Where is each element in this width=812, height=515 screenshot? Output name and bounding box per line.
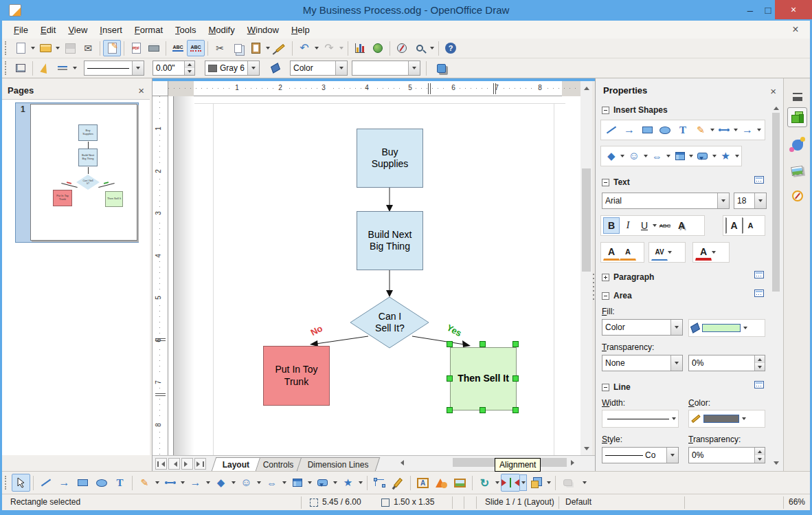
- print-button[interactable]: [145, 40, 163, 56]
- symbol-shapes-icon[interactable]: ☺: [626, 149, 642, 164]
- character-spacing-icon[interactable]: AV: [651, 244, 668, 261]
- curves-dropdown[interactable]: [710, 129, 714, 133]
- line-style-select[interactable]: [84, 61, 144, 76]
- position-size-button[interactable]: [12, 60, 30, 76]
- scroll-right-icon[interactable]: [568, 457, 578, 468]
- transparency-type-select[interactable]: None: [602, 355, 683, 371]
- undo-button[interactable]: ↶: [295, 40, 313, 56]
- export-pdf-button[interactable]: PDF: [127, 40, 145, 56]
- block-arrows-button[interactable]: ⇔: [262, 474, 281, 492]
- line-width-input[interactable]: 0.00": [153, 61, 195, 76]
- menu-help[interactable]: Help: [285, 22, 316, 38]
- scroll-up-icon[interactable]: [771, 103, 781, 111]
- new-document-button[interactable]: [12, 40, 30, 56]
- flowchart-shapes-dropdown[interactable]: [689, 155, 693, 160]
- scroll-down-icon[interactable]: [580, 444, 592, 454]
- curve-tool-dropdown[interactable]: [154, 474, 161, 491]
- flowchart-node-buy-supplies[interactable]: Buy Supplies: [357, 129, 423, 188]
- insert-rectangle-icon[interactable]: [639, 122, 655, 138]
- insert-picture-button[interactable]: [451, 474, 469, 492]
- pages-close-icon[interactable]: ×: [138, 85, 144, 96]
- star-shapes-icon[interactable]: ★: [718, 149, 734, 164]
- insert-text-icon[interactable]: T: [675, 122, 691, 138]
- tab-layout[interactable]: Layout: [212, 457, 261, 471]
- menu-file[interactable]: File: [8, 22, 34, 38]
- lines-arrows-icon[interactable]: →: [739, 122, 756, 138]
- arrange-dropdown[interactable]: [545, 474, 552, 491]
- menu-tools[interactable]: Tools: [169, 22, 202, 38]
- basic-shapes-icon[interactable]: ◆: [603, 149, 619, 164]
- close-button[interactable]: ×: [775, 0, 812, 19]
- sidebar-tab-gallery[interactable]: [787, 161, 807, 181]
- basic-shapes-dropdown[interactable]: [620, 155, 624, 160]
- curves-icon[interactable]: ✎: [692, 122, 709, 138]
- line-style-select-panel[interactable]: Co: [602, 447, 679, 463]
- selection-handle[interactable]: [480, 341, 486, 347]
- insert-ellipse-icon[interactable]: [657, 122, 673, 138]
- collapse-icon[interactable]: [602, 179, 609, 186]
- selection-handle[interactable]: [480, 407, 486, 413]
- maximize-button[interactable]: □: [760, 0, 776, 19]
- open-button[interactable]: [36, 40, 54, 56]
- open-dropdown[interactable]: [54, 40, 61, 56]
- section-line[interactable]: Line: [602, 382, 631, 392]
- shadow-button[interactable]: [432, 60, 450, 76]
- alignment-button[interactable]: [501, 474, 520, 492]
- lines-arrows-dropdown[interactable]: [205, 474, 212, 491]
- arrange-button[interactable]: [527, 474, 545, 492]
- block-arrows-dropdown[interactable]: [281, 474, 288, 491]
- menu-format[interactable]: Format: [128, 22, 169, 38]
- previous-page-button[interactable]: [168, 458, 180, 470]
- basic-shapes-button[interactable]: ◆: [212, 474, 230, 492]
- fill-color-dropdown[interactable]: [743, 327, 747, 331]
- area-dialog-launcher-icon[interactable]: [754, 289, 764, 297]
- flowchart-decision-can-i-sell-it[interactable]: Can I Sell It?: [350, 297, 429, 348]
- area-dialog-button[interactable]: [267, 60, 284, 76]
- fill-type-select[interactable]: Color: [290, 61, 348, 76]
- menu-view[interactable]: View: [62, 22, 93, 38]
- basic-shapes-dropdown[interactable]: [230, 474, 237, 491]
- expand-icon[interactable]: [602, 274, 609, 281]
- zoom-level[interactable]: 66%: [789, 497, 805, 507]
- next-page-button[interactable]: [181, 458, 193, 470]
- selection-handle[interactable]: [512, 407, 519, 413]
- new-document-dropdown[interactable]: [30, 40, 36, 56]
- arrow-tool-button[interactable]: →: [55, 474, 74, 492]
- menu-insert[interactable]: Insert: [93, 22, 128, 38]
- collapse-icon[interactable]: [602, 384, 609, 391]
- symbol-shapes-dropdown[interactable]: [644, 155, 648, 160]
- sidebar-menu-icon[interactable]: [787, 85, 807, 105]
- flowchart-node-put-in-toy-trunk[interactable]: Put In Toy Trunk: [263, 346, 330, 406]
- undo-dropdown[interactable]: [313, 40, 320, 56]
- toolbar-more-dropdown[interactable]: [581, 474, 588, 491]
- font-color-icon[interactable]: A: [695, 244, 712, 261]
- star-shapes-button[interactable]: ★: [339, 474, 357, 492]
- fill-color-picker[interactable]: [688, 319, 765, 337]
- flowchart-shapes-icon[interactable]: [672, 149, 688, 164]
- curve-tool-button[interactable]: ✎: [135, 474, 154, 492]
- connectors-icon[interactable]: [716, 122, 732, 138]
- ellipse-tool-button[interactable]: [92, 474, 111, 492]
- underline-button[interactable]: U: [636, 217, 653, 234]
- selection-handle[interactable]: [447, 341, 453, 347]
- sidebar-tab-styles[interactable]: [787, 135, 807, 155]
- section-paragraph[interactable]: Paragraph: [602, 272, 654, 282]
- star-shapes-dropdown[interactable]: [357, 474, 364, 491]
- menu-window[interactable]: Window: [241, 22, 285, 38]
- tab-dimension-lines[interactable]: Dimension Lines: [297, 457, 380, 471]
- properties-close-icon[interactable]: ×: [770, 85, 776, 97]
- line-tool-button[interactable]: [36, 474, 55, 492]
- text-shadow-button[interactable]: A: [673, 217, 690, 234]
- lines-arrows-button[interactable]: →: [186, 474, 205, 492]
- text-dialog-launcher-icon[interactable]: [754, 176, 764, 184]
- menu-edit[interactable]: Edit: [34, 22, 62, 38]
- symbol-shapes-button[interactable]: ☺: [237, 474, 256, 492]
- vertical-ruler[interactable]: 1 2 3 4 5 6 7 8: [153, 96, 168, 455]
- callout-shapes-button[interactable]: [313, 474, 332, 492]
- canvas-horizontal-scrollbar[interactable]: [395, 457, 579, 468]
- toolbar-grip[interactable]: [5, 476, 8, 490]
- rotate-dropdown[interactable]: [494, 474, 501, 491]
- line-color-picker[interactable]: [688, 410, 765, 428]
- spellcheck-button[interactable]: ABC: [169, 40, 187, 56]
- navigator-button[interactable]: [393, 40, 411, 56]
